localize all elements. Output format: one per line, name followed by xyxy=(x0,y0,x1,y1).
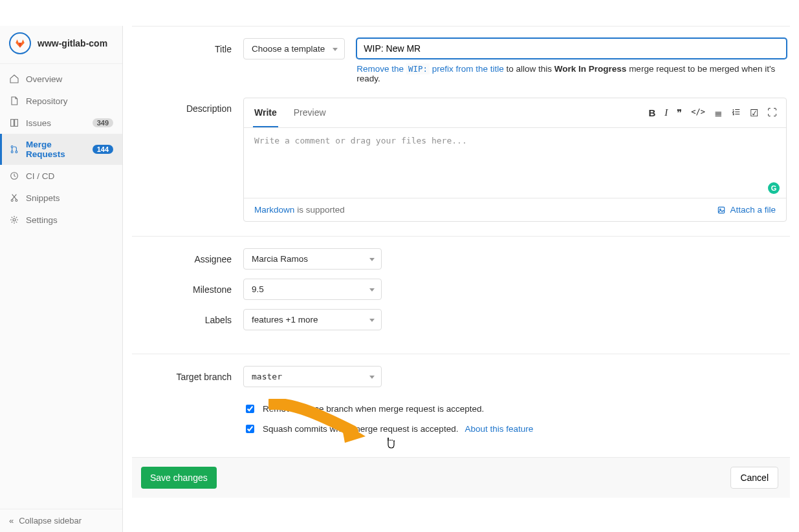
project-name: www-gitlab-com xyxy=(38,38,107,48)
collapse-label: Collapse sidebar xyxy=(19,516,82,526)
svg-point-7 xyxy=(16,200,17,202)
nav-label: Merge Requests xyxy=(26,140,86,159)
milestone-select[interactable]: 9.5 xyxy=(243,279,382,300)
home-icon xyxy=(9,74,19,84)
chevron-left-icon: « xyxy=(9,516,14,526)
markdown-link[interactable]: Markdown xyxy=(254,205,294,215)
task-list-icon[interactable]: ☑ xyxy=(750,107,758,119)
squash-commits-label: Squash commits when merge request is acc… xyxy=(263,424,458,434)
cancel-button[interactable]: Cancel xyxy=(730,467,778,489)
title-input[interactable] xyxy=(356,38,787,59)
nav-badge: 349 xyxy=(93,118,113,127)
remove-wip-link[interactable]: Remove the WIP: prefix from the title xyxy=(356,63,503,74)
sidebar-item-issues[interactable]: Issues 349 xyxy=(0,112,122,134)
remove-source-branch-checkbox[interactable] xyxy=(246,405,254,413)
issues-icon xyxy=(9,118,19,128)
main-content: Title Choose a template Remove the WIP: … xyxy=(123,0,799,532)
assignee-select[interactable]: Marcia Ramos xyxy=(243,248,382,270)
collapse-sidebar-button[interactable]: « Collapse sidebar xyxy=(0,509,122,532)
wip-hint: Remove the WIP: prefix from the title to… xyxy=(356,64,787,83)
tab-write[interactable]: Write xyxy=(253,98,278,127)
svg-rect-0 xyxy=(11,120,14,127)
sidebar: www-gitlab-com Overview Repository Issue… xyxy=(0,26,123,532)
quote-icon[interactable]: ❞ xyxy=(677,107,682,119)
svg-rect-1 xyxy=(15,120,18,127)
gear-icon xyxy=(9,215,19,225)
nav-label: Issues xyxy=(26,118,86,128)
labels-select[interactable]: features +1 more xyxy=(243,309,382,330)
nav-label: Settings xyxy=(26,215,113,225)
italic-icon[interactable]: I xyxy=(664,107,668,119)
sidebar-item-merge-requests[interactable]: Merge Requests 144 xyxy=(0,134,122,165)
svg-point-4 xyxy=(16,151,17,153)
tab-preview[interactable]: Preview xyxy=(292,98,327,127)
squash-commits-checkbox[interactable] xyxy=(246,425,254,433)
svg-point-2 xyxy=(11,146,13,148)
svg-rect-9 xyxy=(719,207,725,213)
description-editor: Write Preview B I ❞ </> ≣ ☑ ⛶ xyxy=(243,98,787,222)
svg-point-6 xyxy=(11,200,13,202)
gitlab-logo-icon xyxy=(9,32,31,54)
svg-point-8 xyxy=(13,218,16,221)
bold-icon[interactable]: B xyxy=(648,107,655,119)
squash-commits-checkbox-row[interactable]: Squash commits when merge request is acc… xyxy=(243,423,787,435)
editor-toolbar: B I ❞ </> ≣ ☑ ⛶ xyxy=(648,107,777,119)
sidebar-item-cicd[interactable]: CI / CD xyxy=(0,165,122,187)
merge-request-icon xyxy=(9,144,19,154)
attach-file-button[interactable]: Attach a file xyxy=(717,205,776,215)
save-button[interactable]: Save changes xyxy=(141,467,217,489)
remove-source-branch-checkbox-row[interactable]: Remove source branch when merge request … xyxy=(243,403,787,415)
description-label: Description xyxy=(132,98,243,114)
code-icon[interactable]: </> xyxy=(691,107,705,119)
cicd-icon xyxy=(9,171,19,181)
nav-badge: 144 xyxy=(93,145,113,154)
sidebar-item-snippets[interactable]: Snippets xyxy=(0,187,122,209)
sidebar-item-repository[interactable]: Repository xyxy=(0,90,122,112)
milestone-label: Milestone xyxy=(132,279,243,295)
labels-label: Labels xyxy=(132,309,243,325)
fullscreen-icon[interactable]: ⛶ xyxy=(767,107,777,119)
svg-point-3 xyxy=(11,151,13,153)
nav-label: CI / CD xyxy=(26,171,113,181)
nav-label: Repository xyxy=(26,96,113,106)
file-icon xyxy=(9,96,19,106)
description-textarea[interactable]: Write a comment or drag your files here.… xyxy=(244,128,786,198)
target-branch-label: Target branch xyxy=(132,366,243,382)
number-list-icon[interactable] xyxy=(732,107,741,119)
target-branch-select[interactable]: master xyxy=(243,366,382,387)
bullet-list-icon[interactable]: ≣ xyxy=(714,107,723,119)
grammarly-icon[interactable]: G xyxy=(768,182,780,194)
snippets-icon xyxy=(9,193,19,203)
assignee-label: Assignee xyxy=(132,248,243,264)
action-bar: Save changes Cancel xyxy=(132,457,790,498)
title-label: Title xyxy=(132,38,243,54)
remove-source-branch-label: Remove source branch when merge request … xyxy=(263,404,484,414)
template-select-label: Choose a template xyxy=(252,44,325,54)
about-feature-link[interactable]: About this feature xyxy=(465,424,533,434)
nav-list: Overview Repository Issues 349 Merge Req… xyxy=(0,64,122,509)
template-select[interactable]: Choose a template xyxy=(243,38,345,59)
sidebar-item-overview[interactable]: Overview xyxy=(0,68,122,90)
nav-label: Snippets xyxy=(26,193,113,203)
sidebar-item-settings[interactable]: Settings xyxy=(0,209,122,231)
markdown-supported-text: is supported xyxy=(297,205,345,215)
project-header[interactable]: www-gitlab-com xyxy=(0,26,122,64)
nav-label: Overview xyxy=(26,74,113,84)
